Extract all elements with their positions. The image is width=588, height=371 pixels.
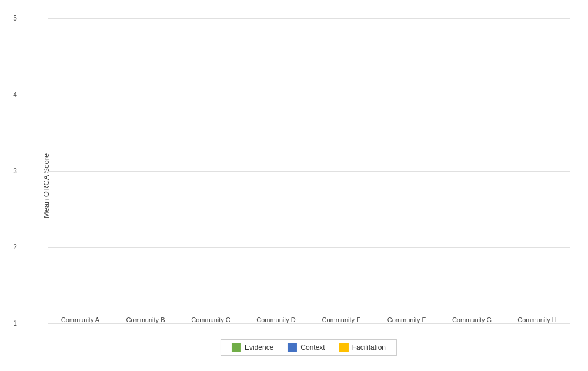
y-axis-tick-label: 4 xyxy=(13,91,17,98)
grid-line xyxy=(48,323,570,324)
y-axis-tick-label: 1 xyxy=(13,320,17,327)
y-axis-tick-label: 3 xyxy=(13,168,17,175)
bar-group-wrapper: Community B xyxy=(113,313,178,323)
bar-group-wrapper: Community H xyxy=(505,313,570,323)
group-x-label: Community A xyxy=(61,316,99,323)
legend-color-swatch xyxy=(288,343,297,352)
bar-group-wrapper: Community G xyxy=(439,313,505,323)
y-axis-tick-label: 5 xyxy=(13,15,17,22)
legend-item: Facilitation xyxy=(339,343,386,352)
y-axis-tick-label: 2 xyxy=(13,243,17,250)
chart-container: Mean ORCA Score 12345 Community ACommuni… xyxy=(6,6,582,365)
chart-area: 12345 Community ACommunity BCommunity CC… xyxy=(48,18,570,323)
legend-item: Evidence xyxy=(232,343,273,352)
legend-label: Evidence xyxy=(245,343,273,352)
legend: EvidenceContextFacilitation xyxy=(220,339,397,356)
group-x-label: Community B xyxy=(126,316,165,323)
bar-group-wrapper: Community E xyxy=(309,313,374,323)
bar-group-wrapper: Community F xyxy=(374,313,439,323)
legend-color-swatch xyxy=(232,343,241,352)
bar-group-wrapper: Community D xyxy=(243,313,309,323)
legend-label: Context xyxy=(300,343,325,352)
group-x-label: Community C xyxy=(191,316,230,323)
group-x-label: Community E xyxy=(322,316,360,323)
bar-group-wrapper: Community C xyxy=(178,313,243,323)
group-x-label: Community G xyxy=(452,316,492,323)
legend-color-swatch xyxy=(339,343,349,352)
legend-label: Facilitation xyxy=(352,343,386,352)
legend-item: Context xyxy=(288,343,325,352)
group-x-label: Community D xyxy=(256,316,296,323)
group-x-label: Community F xyxy=(387,316,426,323)
group-x-label: Community H xyxy=(517,316,557,323)
bar-group-wrapper: Community A xyxy=(48,313,113,323)
bars-section: Community ACommunity BCommunity CCommuni… xyxy=(48,18,570,323)
